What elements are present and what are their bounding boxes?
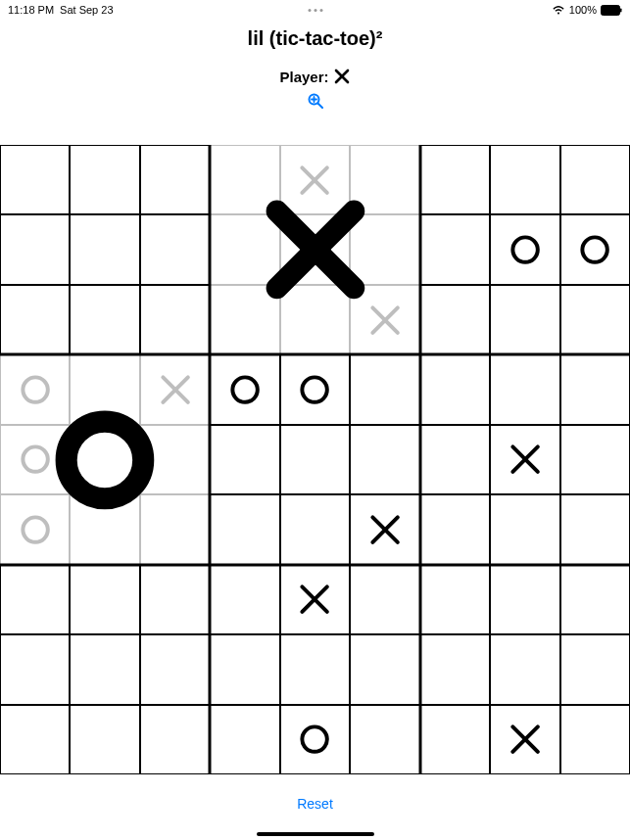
cell[interactable] bbox=[70, 285, 139, 354]
cell[interactable] bbox=[140, 705, 210, 774]
svg-point-23 bbox=[303, 377, 327, 401]
current-player-mark bbox=[333, 68, 351, 85]
multitasking-dots bbox=[308, 9, 322, 12]
cell[interactable] bbox=[560, 285, 630, 354]
cell[interactable] bbox=[420, 634, 490, 704]
cell[interactable] bbox=[0, 214, 70, 284]
cell[interactable] bbox=[560, 494, 630, 564]
super-cell bbox=[420, 565, 630, 774]
cell[interactable] bbox=[420, 494, 490, 564]
cell[interactable] bbox=[420, 145, 490, 214]
cell[interactable] bbox=[0, 565, 70, 634]
cell[interactable] bbox=[490, 214, 559, 284]
status-date: Sat Sep 23 bbox=[60, 4, 113, 16]
super-divider-horizontal bbox=[0, 563, 630, 566]
wifi-icon bbox=[552, 5, 565, 15]
cell[interactable] bbox=[490, 634, 559, 704]
cell[interactable] bbox=[560, 354, 630, 424]
cell bbox=[210, 145, 279, 214]
cell[interactable] bbox=[560, 565, 630, 634]
cell[interactable] bbox=[280, 494, 350, 564]
super-cell bbox=[210, 145, 419, 354]
cell[interactable] bbox=[140, 565, 210, 634]
cell bbox=[70, 425, 139, 494]
cell[interactable] bbox=[140, 214, 210, 284]
super-cell bbox=[420, 354, 630, 564]
cell[interactable] bbox=[490, 565, 559, 634]
cell[interactable] bbox=[560, 634, 630, 704]
cell[interactable] bbox=[70, 565, 139, 634]
cell[interactable] bbox=[280, 565, 350, 634]
cell[interactable] bbox=[560, 705, 630, 774]
cell[interactable] bbox=[0, 705, 70, 774]
super-cell bbox=[0, 145, 210, 354]
cell[interactable] bbox=[490, 425, 559, 494]
cell[interactable] bbox=[210, 425, 279, 494]
cell bbox=[70, 354, 139, 424]
game-board bbox=[0, 145, 630, 774]
cell[interactable] bbox=[490, 285, 559, 354]
cell[interactable] bbox=[350, 634, 419, 704]
cell[interactable] bbox=[350, 425, 419, 494]
cell[interactable] bbox=[210, 494, 279, 564]
cell[interactable] bbox=[490, 494, 559, 564]
cell[interactable] bbox=[490, 145, 559, 214]
battery-icon bbox=[601, 5, 622, 16]
cell bbox=[280, 214, 350, 284]
cell[interactable] bbox=[0, 145, 70, 214]
zoom-in-button[interactable] bbox=[306, 91, 325, 114]
cell[interactable] bbox=[350, 354, 419, 424]
cell[interactable] bbox=[70, 145, 139, 214]
reset-button[interactable]: Reset bbox=[297, 796, 333, 812]
cell bbox=[280, 145, 350, 214]
cell bbox=[70, 494, 139, 564]
cell[interactable] bbox=[420, 425, 490, 494]
cell[interactable] bbox=[560, 145, 630, 214]
cell[interactable] bbox=[350, 705, 419, 774]
cell bbox=[140, 494, 210, 564]
current-player-row: Player: bbox=[0, 68, 630, 85]
cell[interactable] bbox=[280, 354, 350, 424]
cell[interactable] bbox=[210, 634, 279, 704]
cell[interactable] bbox=[70, 214, 139, 284]
cell bbox=[350, 285, 419, 354]
svg-point-19 bbox=[23, 447, 47, 472]
cell[interactable] bbox=[420, 285, 490, 354]
cell[interactable] bbox=[210, 565, 279, 634]
cell bbox=[0, 425, 70, 494]
cell[interactable] bbox=[210, 354, 279, 424]
cell[interactable] bbox=[0, 634, 70, 704]
svg-point-22 bbox=[232, 377, 257, 401]
cell[interactable] bbox=[280, 634, 350, 704]
cell[interactable] bbox=[140, 145, 210, 214]
status-bar: 11:18 PM Sat Sep 23 100% bbox=[0, 0, 630, 20]
battery-percent: 100% bbox=[569, 4, 597, 16]
cell[interactable] bbox=[420, 214, 490, 284]
cell bbox=[140, 354, 210, 424]
cell[interactable] bbox=[420, 354, 490, 424]
cell bbox=[140, 425, 210, 494]
cell[interactable] bbox=[420, 705, 490, 774]
cell[interactable] bbox=[560, 425, 630, 494]
super-divider-vertical bbox=[418, 145, 421, 774]
svg-point-20 bbox=[23, 517, 47, 541]
cell[interactable] bbox=[70, 634, 139, 704]
cell[interactable] bbox=[140, 285, 210, 354]
cell bbox=[210, 285, 279, 354]
cell[interactable] bbox=[210, 705, 279, 774]
cell[interactable] bbox=[560, 214, 630, 284]
cell[interactable] bbox=[350, 494, 419, 564]
super-divider-vertical bbox=[209, 145, 212, 774]
super-cell bbox=[0, 354, 210, 564]
cell[interactable] bbox=[70, 705, 139, 774]
cell[interactable] bbox=[280, 705, 350, 774]
cell[interactable] bbox=[140, 634, 210, 704]
cell[interactable] bbox=[280, 425, 350, 494]
cell[interactable] bbox=[350, 565, 419, 634]
cell bbox=[350, 145, 419, 214]
cell[interactable] bbox=[490, 705, 559, 774]
cell[interactable] bbox=[490, 354, 559, 424]
cell[interactable] bbox=[420, 565, 490, 634]
cell[interactable] bbox=[0, 285, 70, 354]
svg-point-15 bbox=[583, 237, 607, 261]
